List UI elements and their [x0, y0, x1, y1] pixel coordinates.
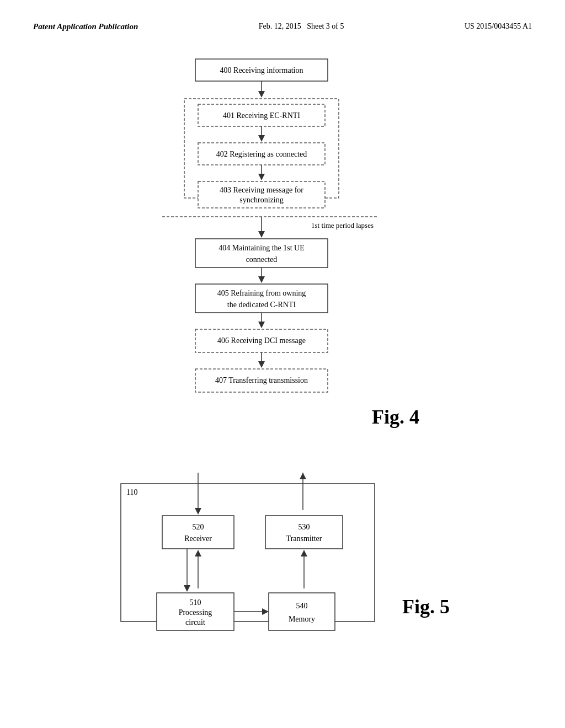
svg-marker-13 [258, 231, 265, 238]
fig4-container: 400 Receiving information 401 Receiving … [33, 53, 532, 440]
svg-marker-19 [258, 322, 265, 328]
flowchart-fig4: 400 Receiving information 401 Receiving … [146, 53, 377, 440]
page-header: Patent Application Publication Feb. 12, … [33, 22, 532, 31]
fig5-svg: 110 520 Receiver 530 Transmitter [115, 473, 391, 627]
header-date: Feb. 12, 2015 [259, 22, 301, 30]
box-403-line2: synchronizing [239, 196, 283, 204]
box-520-num: 520 [193, 523, 204, 531]
fig5-label: Fig. 5 [402, 596, 450, 618]
svg-rect-29 [162, 516, 234, 549]
fig4-svg: 400 Receiving information 401 Receiving … [146, 53, 377, 440]
header-right: US 2015/0043455 A1 [465, 22, 532, 31]
diagrams-container: 400 Receiving information 401 Receiving … [33, 53, 532, 629]
fig5-container: 110 520 Receiver 530 Transmitter [33, 473, 532, 629]
box-405-line1: 405 Refraining from owning [217, 289, 306, 297]
svg-marker-22 [258, 361, 265, 368]
svg-marker-16 [258, 276, 265, 283]
header-center: Feb. 12, 2015 Sheet 3 of 5 [259, 22, 344, 31]
header-sheet: Sheet 3 of 5 [307, 22, 344, 30]
box-530-label: Transmitter [286, 534, 322, 543]
time-period-label: 1st time period lapses [311, 221, 374, 229]
svg-rect-40 [269, 593, 335, 630]
fig4-label-container: Fig. 4 [372, 405, 419, 429]
box-540-label: Memory [289, 615, 315, 623]
svg-marker-2 [258, 91, 265, 98]
box-407-text: 407 Transferring transmission [215, 376, 308, 384]
header-left: Patent Application Publication [33, 22, 138, 31]
box-406-text: 406 Receiving DCI message [217, 336, 306, 345]
page: Patent Application Publication Feb. 12, … [0, 0, 565, 728]
box-540-num: 540 [296, 602, 308, 610]
box-401-text: 401 Receiving EC-RNTI [223, 111, 300, 120]
patent-publication-label: Patent Application Publication [33, 22, 138, 31]
header-patent-num: US 2015/0043455 A1 [465, 22, 532, 30]
outer-label: 110 [126, 488, 137, 496]
box-510-num: 510 [190, 598, 201, 607]
box-402-text: 402 Registering as connected [216, 150, 307, 158]
box-405-line2: the dedicated C-RNTI [227, 301, 296, 309]
box-530-num: 530 [299, 523, 310, 531]
fig4-label: Fig. 4 [372, 406, 419, 428]
box-400-text: 400 Receiving information [220, 66, 303, 74]
svg-rect-30 [265, 516, 343, 549]
box-510-label2: circuit [185, 618, 205, 627]
box-404-line1: 404 Maintaining the 1st UE [218, 244, 305, 252]
box-520-label: Receiver [184, 534, 212, 543]
box-403-line1: 403 Receiving message for [220, 186, 303, 194]
fig5-label-container: Fig. 5 [402, 595, 450, 618]
svg-marker-28 [300, 473, 306, 479]
box-404-line2: connected [246, 255, 278, 264]
block-diagram-fig5: 110 520 Receiver 530 Transmitter [115, 473, 391, 629]
box-510-label1: Processing [179, 608, 212, 617]
